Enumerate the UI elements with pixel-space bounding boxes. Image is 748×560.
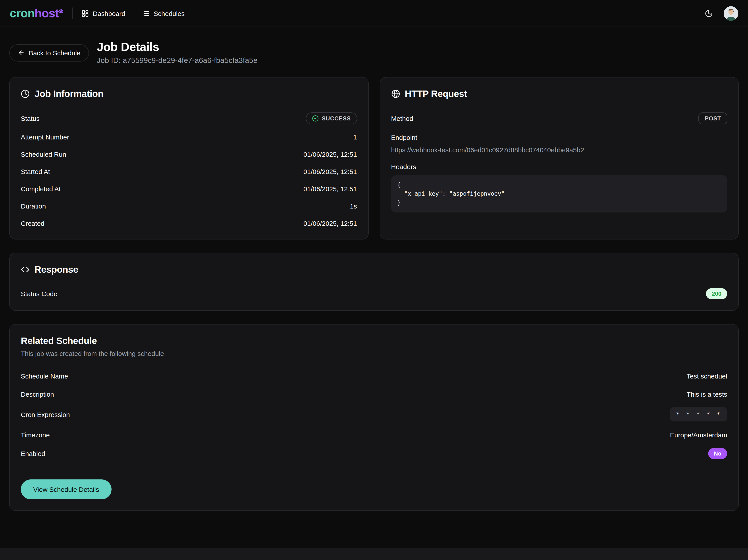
globe-icon xyxy=(391,89,400,98)
status-code-200-badge: 200 xyxy=(706,288,727,299)
info-row-scheduled-run: Scheduled Run 01/06/2025, 12:51 xyxy=(21,149,357,159)
back-button-label: Back to Schedule xyxy=(29,49,80,56)
row-value: Europe/Amsterdam xyxy=(670,431,727,439)
app-root: cronhost* Dashboard Schedules xyxy=(0,0,748,560)
title-block: Job Details Job ID: a75599c9-de29-4fe7-a… xyxy=(97,40,258,65)
endpoint-url: https://webhook-test.com/06ed01c0927d88b… xyxy=(391,146,727,154)
method-post-badge: POST xyxy=(699,113,727,124)
card-title-text: Response xyxy=(34,264,78,275)
info-row-started-at: Started At 01/06/2025, 12:51 xyxy=(21,166,357,176)
row-label: Timezone xyxy=(21,431,50,439)
logo-text-cron: cron xyxy=(10,6,34,20)
row-label: Status xyxy=(21,115,40,122)
card-title-text: HTTP Request xyxy=(405,89,467,99)
info-row-duration: Duration 1s xyxy=(21,201,357,211)
row-value: 1 xyxy=(353,133,357,141)
page-head: Back to Schedule Job Details Job ID: a75… xyxy=(9,40,739,65)
job-information-title-row: Job Information xyxy=(21,89,357,99)
status-success-badge: SUCCESS xyxy=(306,113,357,124)
related-row-schedule-name: Schedule Name Test scheduel xyxy=(21,371,727,381)
row-label: Cron Expression xyxy=(21,411,70,418)
moon-icon xyxy=(705,9,713,18)
status-badge-text: SUCCESS xyxy=(322,115,351,122)
code-icon xyxy=(21,265,30,274)
related-schedule-subtitle: This job was created from the following … xyxy=(21,350,727,357)
row-value: 01/06/2025, 12:51 xyxy=(303,185,357,192)
back-to-schedule-button[interactable]: Back to Schedule xyxy=(9,44,89,61)
related-row-cron-expression: Cron Expression * * * * * xyxy=(21,407,727,421)
clock-icon xyxy=(21,89,30,98)
info-row-completed-at: Completed At 01/06/2025, 12:51 xyxy=(21,184,357,193)
method-row: Method POST xyxy=(391,113,727,124)
related-row-enabled: Enabled No xyxy=(21,448,727,459)
job-id-subtitle: Job ID: a75599c9-de29-4fe7-a6a6-fba5cfa3… xyxy=(97,56,258,65)
endpoint-label: Endpoint xyxy=(391,134,727,141)
http-request-title-row: HTTP Request xyxy=(391,89,727,99)
card-title-text: Job Information xyxy=(34,89,103,99)
row-label: Scheduled Run xyxy=(21,150,66,158)
related-schedule-title: Related Schedule xyxy=(21,335,727,346)
http-request-card: HTTP Request Method POST Endpoint https:… xyxy=(379,77,739,239)
headers-label: Headers xyxy=(391,163,727,170)
user-avatar[interactable] xyxy=(724,6,738,21)
row-value: This is a tests xyxy=(687,390,727,398)
row-value: 01/06/2025, 12:51 xyxy=(303,167,357,175)
row-label: Started At xyxy=(21,167,50,175)
row-value: 1s xyxy=(350,202,357,210)
check-circle-icon xyxy=(312,115,319,122)
main-content: Back to Schedule Job Details Job ID: a75… xyxy=(0,40,748,511)
row-label: Schedule Name xyxy=(21,372,68,380)
status-code-label: Status Code xyxy=(21,290,57,298)
row-value: 01/06/2025, 12:51 xyxy=(303,150,357,158)
response-card: Response Status Code 200 xyxy=(9,253,739,311)
bottom-strip xyxy=(0,548,748,560)
related-schedule-card: Related Schedule This job was created fr… xyxy=(9,324,739,511)
cronhost-logo[interactable]: cronhost* xyxy=(10,6,63,20)
row-value: 01/06/2025, 12:51 xyxy=(303,219,357,227)
list-icon xyxy=(142,9,149,17)
info-row-created: Created 01/06/2025, 12:51 xyxy=(21,218,357,228)
nav-item-label: Schedules xyxy=(154,9,185,17)
headers-code-block: { "x-api-key": "aspofijepnvoev" } xyxy=(391,175,727,213)
view-schedule-details-button[interactable]: View Schedule Details xyxy=(21,480,112,499)
theme-toggle-button[interactable] xyxy=(705,9,713,18)
nav-item-dashboard[interactable]: Dashboard xyxy=(81,9,125,17)
row-label: Attempt Number xyxy=(21,133,69,141)
logo-divider xyxy=(72,7,72,19)
info-row-attempt: Attempt Number 1 xyxy=(21,132,357,142)
top-nav: cronhost* Dashboard Schedules xyxy=(0,0,748,27)
arrow-left-icon xyxy=(18,49,25,56)
row-label: Duration xyxy=(21,202,46,210)
logo-text-host: host* xyxy=(34,6,63,20)
page-title: Job Details xyxy=(97,40,258,54)
cron-expression-chip: * * * * * xyxy=(670,407,727,421)
row-label: Description xyxy=(21,390,54,398)
status-code-row: Status Code 200 xyxy=(21,288,727,299)
job-information-card: Job Information Status SUCCESS Attem xyxy=(9,77,369,239)
nav-item-label: Dashboard xyxy=(93,9,125,17)
related-row-timezone: Timezone Europe/Amsterdam xyxy=(21,430,727,440)
row-label: Completed At xyxy=(21,185,61,192)
nav-right xyxy=(705,6,738,21)
info-row-status: Status SUCCESS xyxy=(21,113,357,124)
row-label: Created xyxy=(21,219,45,227)
response-title-row: Response xyxy=(21,264,727,275)
row-value: Test scheduel xyxy=(687,372,727,380)
row-label: Enabled xyxy=(21,450,45,457)
nav-item-schedules[interactable]: Schedules xyxy=(142,9,185,17)
enabled-no-badge: No xyxy=(708,448,727,459)
dashboard-grid-icon xyxy=(81,9,89,17)
related-row-description: Description This is a tests xyxy=(21,389,727,399)
method-label: Method xyxy=(391,115,413,122)
top-cards-grid: Job Information Status SUCCESS Attem xyxy=(9,77,739,239)
